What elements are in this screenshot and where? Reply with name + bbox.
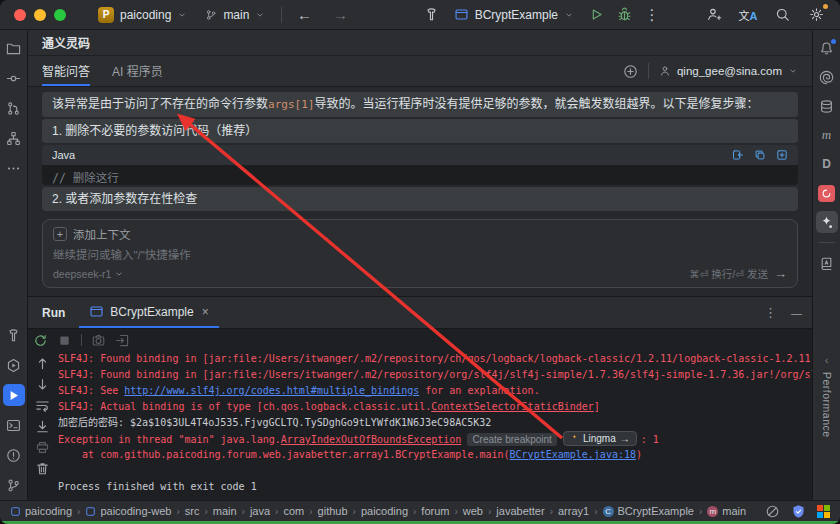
search-everywhere-button[interactable] (770, 3, 794, 27)
notifications-tool-button[interactable] (816, 37, 838, 59)
breadcrumb-item[interactable]: github (318, 505, 348, 517)
breadcrumb-item[interactable]: src (185, 505, 200, 517)
breadcrumb-separator-icon: › (309, 506, 312, 517)
send-button[interactable]: → (774, 266, 787, 281)
account-selector[interactable]: qing_gee@sina.com (659, 65, 798, 77)
zoom-window-button[interactable] (54, 9, 66, 21)
new-file-button[interactable] (776, 149, 788, 161)
open-in-editor-button[interactable] (115, 333, 130, 348)
print-button[interactable] (35, 440, 50, 455)
forward-button[interactable]: → (328, 3, 352, 27)
folder-tool-button[interactable] (3, 37, 25, 59)
breadcrumb-item[interactable]: array1 (558, 505, 589, 517)
stop-button[interactable] (57, 333, 72, 348)
breadcrumb-item[interactable]: javabetter (496, 505, 544, 517)
console-line: SLF4J: See http://www.slf4j.org/codes.ht… (58, 383, 806, 399)
database-tool-button[interactable] (816, 95, 838, 117)
breadcrumb-item[interactable]: paicoding (361, 505, 408, 517)
console-line: SLF4J: Found binding in [jar:file:/Users… (58, 367, 806, 383)
chat-input-placeholder[interactable]: 继续提问或输入"/"快捷操作 (53, 246, 787, 262)
gradle-tool-button[interactable]: D (816, 153, 838, 175)
version-control-tool-button[interactable] (3, 474, 25, 496)
more-actions-button[interactable]: ⋮ (640, 3, 664, 27)
run-options-button[interactable]: ⋮ (764, 305, 777, 320)
add-context-button[interactable]: + 添加上下文 (53, 226, 787, 242)
up-arrow-button[interactable] (35, 356, 50, 371)
run-configuration-selector[interactable]: BCryptExample (448, 4, 580, 25)
translate-button[interactable]: 文A (736, 3, 760, 27)
lingma-action-chip[interactable]: Lingma→ (563, 431, 637, 446)
maven-tool-button[interactable]: m (816, 124, 838, 146)
ai-assistant-tool-button[interactable] (816, 66, 838, 88)
soft-wrap-button[interactable] (35, 398, 50, 413)
terminal-tool-button[interactable] (3, 414, 25, 436)
branch-selector[interactable]: main (199, 5, 271, 25)
paragraph-text: 导致的。当运行程序时没有提供足够的参数，就会触发数组越界。以下是修复步骤： (314, 97, 758, 111)
breadcrumb-label: web (463, 505, 483, 517)
more-tool-button[interactable] (3, 157, 25, 179)
build-hammer-tool-button[interactable] (3, 324, 25, 346)
run-button[interactable] (584, 3, 608, 27)
close-tab-button[interactable]: × (202, 305, 209, 319)
code-with-me-button[interactable] (702, 3, 726, 27)
lingma-tabs: 智能问答 AI 程序员 qing_gee@sina.com (28, 56, 812, 87)
breadcrumb-label: main (722, 505, 746, 517)
debug-button[interactable] (612, 3, 636, 27)
structure-tool-button[interactable] (3, 127, 25, 149)
plugin-tool-button[interactable] (816, 182, 838, 204)
hide-panel-button[interactable]: — (791, 307, 802, 319)
thread-dump-button[interactable] (91, 333, 106, 348)
windows-colors-icon[interactable] (817, 505, 830, 518)
new-chat-button[interactable] (623, 64, 638, 79)
breadcrumb-label: java (250, 505, 270, 517)
commit-tool-button[interactable] (3, 67, 25, 89)
back-button[interactable]: ← (292, 3, 316, 27)
run-play-tool-button[interactable] (3, 384, 25, 406)
shield-icon[interactable] (791, 504, 806, 519)
breadcrumb-item[interactable]: web (463, 505, 483, 517)
breadcrumb-separator-icon: › (454, 506, 457, 517)
breadcrumb-item[interactable]: paicoding-web (85, 505, 171, 517)
settings-button[interactable] (804, 3, 828, 27)
insert-code-button[interactable] (732, 149, 744, 161)
translation-book-tool-button[interactable] (816, 252, 838, 274)
console-link[interactable]: BCryptExample.java:18 (510, 449, 636, 460)
chat-input-box[interactable]: + 添加上下文 继续提问或输入"/"快捷操作 deepseek-r1 ⌘⏎ 换行… (42, 219, 798, 288)
tab-ai-programmer[interactable]: AI 程序员 (112, 56, 163, 86)
build-hammer-icon (6, 328, 21, 343)
fix-step-2: 2. 或者添加参数存在性检查 (42, 187, 798, 211)
console-text: for an explanation. (419, 385, 539, 396)
inspections-off-icon[interactable] (765, 504, 780, 519)
scroll-end-button[interactable] (35, 419, 50, 434)
breadcrumb-item[interactable]: paicoding (10, 505, 72, 517)
console-link[interactable]: http://www.slf4j.org/codes.html#multiple… (124, 385, 419, 396)
down-arrow-button[interactable] (35, 377, 50, 392)
inline-code-ref: args[1] (268, 98, 314, 111)
pull-request-tool-button[interactable] (3, 97, 25, 119)
breadcrumb-item[interactable]: java (250, 505, 270, 517)
rerun-button[interactable] (33, 333, 48, 348)
close-window-button[interactable] (14, 9, 26, 21)
build-hammer-icon[interactable] (420, 3, 444, 27)
performance-tab[interactable]: ‹ Performance (821, 354, 833, 438)
create-breakpoint-hint[interactable]: Create breakpoint (467, 433, 557, 446)
tab-smart-qa[interactable]: 智能问答 (42, 56, 90, 86)
model-selector[interactable]: deepseek-r1 (53, 268, 124, 280)
breadcrumb-item[interactable]: forum (421, 505, 449, 517)
lingma-tool-button[interactable] (816, 211, 838, 233)
copy-code-button[interactable] (754, 149, 766, 161)
minimize-window-button[interactable] (34, 9, 46, 21)
breadcrumb-item[interactable]: main (213, 505, 237, 517)
trash-button[interactable] (35, 461, 50, 476)
right-tool-stripe: mD ‹ Performance (812, 30, 840, 500)
breadcrumb-item[interactable]: com (283, 505, 304, 517)
run-tab-bcryptexample[interactable]: BCryptExample × (79, 297, 218, 328)
breadcrumb-item[interactable]: CBCryptExample (603, 505, 694, 517)
project-selector[interactable]: P paicoding (92, 4, 193, 26)
assistant-message-paragraph: 该异常是由于访问了不存在的命令行参数args[1]导致的。当运行程序时没有提供足… (42, 92, 798, 117)
problems-tool-button[interactable] (3, 444, 25, 466)
breadcrumb-separator-icon: › (176, 506, 179, 517)
services-tool-button[interactable] (3, 354, 25, 376)
breadcrumb-item[interactable]: mmain (707, 505, 746, 517)
module-icon (10, 506, 21, 517)
